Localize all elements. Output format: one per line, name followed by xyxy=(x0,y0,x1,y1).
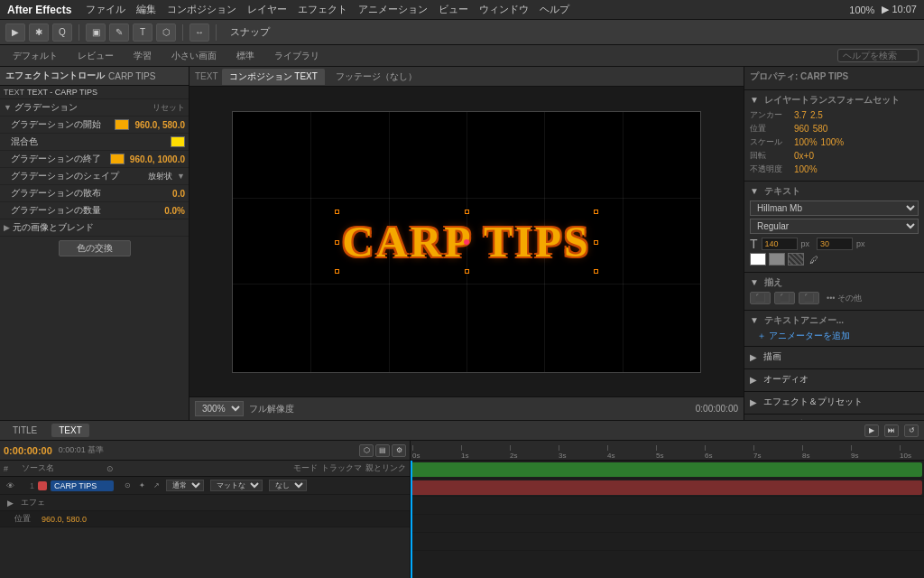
align-center[interactable]: ⬛ xyxy=(774,292,795,304)
text-color-gray[interactable] xyxy=(769,253,785,266)
expand-icon[interactable]: ▼ xyxy=(750,95,759,105)
anchor-y[interactable]: 2.5 xyxy=(810,110,823,120)
tool-zoom[interactable]: Q xyxy=(52,23,72,42)
pos-x[interactable]: 960 xyxy=(794,124,809,134)
tl-play-btn[interactable]: ▶ xyxy=(864,424,879,437)
workspace-library[interactable]: ライブラリ xyxy=(267,48,327,64)
source-blend-row[interactable]: ▶ 元の画像とブレンド xyxy=(0,219,189,237)
color-exchange-button[interactable]: 色の交換 xyxy=(59,240,131,256)
switch-2[interactable]: ✦ xyxy=(135,481,148,489)
font-style-select[interactable]: Regular xyxy=(750,219,919,234)
zoom-select[interactable]: 300% 100% 50% xyxy=(195,401,244,416)
tool-select[interactable]: ▶ xyxy=(5,23,25,42)
animator-expand-icon[interactable]: ▼ xyxy=(750,315,759,325)
gradient-start-row[interactable]: グラデーションの開始 960.0, 580.0 xyxy=(0,117,189,134)
anchor-x[interactable]: 3.7 xyxy=(794,110,807,120)
handle-tl[interactable] xyxy=(335,210,339,214)
tool-rect[interactable]: ▣ xyxy=(86,23,106,42)
font-size-input[interactable] xyxy=(762,238,798,250)
reset-label[interactable]: リセット xyxy=(152,102,185,114)
handle-bl[interactable] xyxy=(335,269,339,274)
handle-ml[interactable] xyxy=(335,240,339,245)
text-color-pattern[interactable] xyxy=(788,253,804,266)
pos-y[interactable]: 580 xyxy=(813,124,828,134)
font-select[interactable]: Hillman Mb xyxy=(750,200,919,216)
timeline-tab-title[interactable]: TITLE xyxy=(5,424,44,437)
tool-puppet[interactable]: ↔ xyxy=(189,23,209,42)
gradient-scatter-row[interactable]: グラデーションの散布 0.0 xyxy=(0,185,189,202)
tl-step-btn[interactable]: ⏭ xyxy=(884,424,899,437)
text-expand-icon[interactable]: ▼ xyxy=(750,186,759,196)
menu-animation[interactable]: アニメーション xyxy=(358,3,428,16)
playhead[interactable] xyxy=(411,461,412,578)
blend-mode-arrow[interactable]: ▼ xyxy=(177,172,185,181)
workspace-default[interactable]: デフォルト xyxy=(5,48,65,64)
switch-1[interactable]: ⊙ xyxy=(121,481,134,489)
blend-color-row[interactable]: 混合色 xyxy=(0,134,189,151)
align-expand-icon[interactable]: ▼ xyxy=(750,277,759,287)
handle-mr[interactable] xyxy=(594,240,598,245)
opacity-value[interactable]: 100% xyxy=(794,164,818,174)
menu-edit[interactable]: 編集 xyxy=(136,3,156,16)
switch-3[interactable]: ↗ xyxy=(150,481,162,489)
gradient-end-row[interactable]: グラデーションの終了 960.0, 1000.0 xyxy=(0,151,189,168)
gradient-end-swatch[interactable] xyxy=(110,154,125,164)
help-search[interactable] xyxy=(837,49,919,62)
workspace-review[interactable]: レビュー xyxy=(70,48,121,64)
gradient-section-header[interactable]: ▼ グラデーション リセット xyxy=(0,99,189,117)
tool-shape[interactable]: ⬡ xyxy=(156,23,176,42)
tool-text[interactable]: T xyxy=(133,23,152,42)
handle-tm[interactable] xyxy=(465,210,469,214)
blend-color-swatch[interactable] xyxy=(171,136,185,147)
menu-effect[interactable]: エフェクト xyxy=(298,3,347,16)
tl-loop-btn[interactable]: ↺ xyxy=(904,424,919,437)
tool-hand[interactable]: ✱ xyxy=(29,23,49,42)
tl-collapse-btn[interactable]: ▤ xyxy=(375,444,390,457)
add-animator-button[interactable]: ＋ アニメーターを追加 xyxy=(757,331,850,340)
track-bar-green[interactable] xyxy=(411,462,922,477)
geo-expand-icon[interactable]: ▶ xyxy=(750,352,757,362)
scale-y[interactable]: 100% xyxy=(821,137,845,147)
expand-effect-row[interactable]: ▶ エフェ xyxy=(0,495,410,511)
workspace-standard[interactable]: 標準 xyxy=(229,48,262,64)
menu-help[interactable]: ヘルプ xyxy=(540,3,569,16)
layer-mode-select[interactable]: 通常 xyxy=(166,480,204,491)
menu-view[interactable]: ビュー xyxy=(439,3,468,16)
tracking-input[interactable] xyxy=(817,238,853,250)
menu-file[interactable]: ファイル xyxy=(86,3,125,16)
handle-bm[interactable] xyxy=(465,269,469,274)
workspace-learn[interactable]: 学習 xyxy=(126,48,159,64)
align-more[interactable]: ••• その他 xyxy=(827,293,862,304)
scale-x[interactable]: 100% xyxy=(794,137,818,147)
blend-type-row[interactable]: グラデーションのシェイプ 放射状 ▼ xyxy=(0,168,189,185)
text-color-white[interactable] xyxy=(750,253,766,266)
layer-name-1[interactable]: CARP TIPS xyxy=(51,480,114,491)
tl-expand-btn[interactable]: ⬡ xyxy=(359,444,374,457)
audio-expand-icon[interactable]: ▶ xyxy=(750,375,757,385)
menu-composition[interactable]: コンポジション xyxy=(167,3,236,16)
menu-window[interactable]: ウィンドウ xyxy=(479,3,529,16)
rotation-value[interactable]: 0x+0 xyxy=(794,151,814,161)
handle-tr[interactable] xyxy=(594,210,598,214)
library-expand-icon[interactable]: ▶ xyxy=(750,420,757,421)
workspace-small[interactable]: 小さい画面 xyxy=(164,48,224,64)
comp-tab-footage[interactable]: フッテージ（なし） xyxy=(328,69,424,85)
tl-settings-btn[interactable]: ⚙ xyxy=(392,444,406,457)
gradient-start-swatch[interactable] xyxy=(115,119,129,130)
subrow-position[interactable]: 位置 960.0, 580.0 xyxy=(0,511,410,527)
align-left[interactable]: ⬛ xyxy=(750,292,771,304)
tool-pen[interactable]: ✎ xyxy=(109,23,129,42)
track-bar-red[interactable] xyxy=(411,480,922,495)
layer-color-1[interactable] xyxy=(38,481,47,490)
comp-tab-composition[interactable]: コンポジション TEXT xyxy=(222,69,325,85)
timeline-tab-text[interactable]: TEXT xyxy=(51,424,89,437)
layer-track-select[interactable]: マットな xyxy=(210,480,263,491)
handle-br[interactable] xyxy=(594,269,598,274)
align-right[interactable]: ⬛ xyxy=(799,292,819,304)
layer-parent-select[interactable]: なし xyxy=(269,480,307,491)
text-color-picker-icon[interactable]: 🖊 xyxy=(809,255,818,265)
menu-layer[interactable]: レイヤー xyxy=(247,3,287,16)
effects-expand-icon[interactable]: ▶ xyxy=(750,397,757,407)
layer-visibility[interactable]: 👁 xyxy=(4,480,16,492)
blend-count-row[interactable]: グラデーションの数量 0.0% xyxy=(0,202,189,219)
